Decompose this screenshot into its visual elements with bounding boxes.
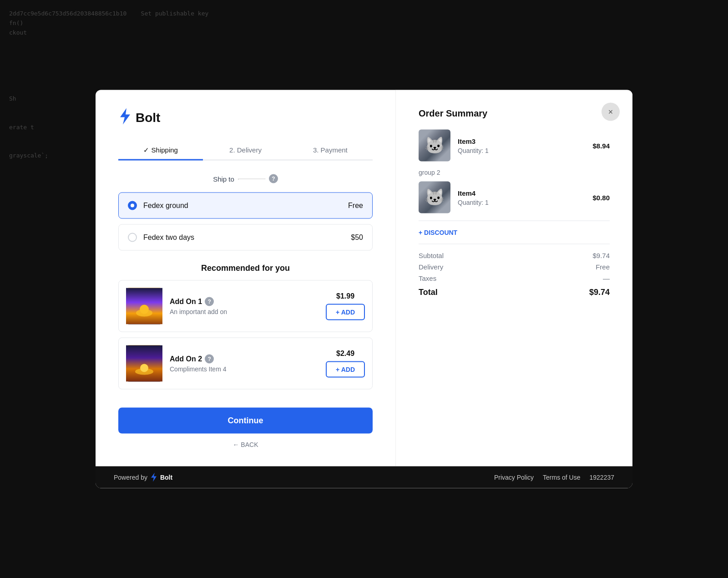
bolt-logo-text: Bolt (136, 110, 160, 125)
addon-2-price: $2.49 (336, 350, 354, 358)
svg-marker-7 (151, 473, 157, 482)
bolt-footer-icon (150, 473, 157, 482)
modal-footer: Powered by Bolt Privacy Policy Terms of … (96, 466, 632, 488)
order-item-4: Item4 Quantity: 1 $0.80 (419, 182, 610, 213)
close-button[interactable]: × (602, 103, 620, 121)
addon-card-2: Add On 2 ? Compliments Item 4 $2.49 + AD… (118, 338, 373, 390)
left-panel: Bolt ✓ Shipping 2. Delivery 3. Payment S… (96, 90, 396, 466)
footer-brand: Bolt (160, 474, 172, 481)
order-item-3: Item3 Quantity: 1 $8.94 (419, 130, 610, 162)
step-payment[interactable]: 3. Payment (288, 141, 373, 160)
shipping-price-fedex-ground: Free (348, 202, 363, 210)
addon-1-help-icon[interactable]: ? (205, 297, 214, 306)
item3-image (419, 130, 450, 162)
shipping-label-fedex-two-days: Fedex two days (143, 233, 351, 242)
item3-details: Item3 Quantity: 1 (458, 137, 585, 154)
item4-details: Item4 Quantity: 1 (458, 189, 585, 206)
addon-1-name: Add On 1 (170, 298, 202, 306)
shipping-price-fedex-two-days: $50 (351, 233, 363, 242)
radio-fedex-ground[interactable] (128, 201, 137, 210)
addon-1-desc: An important add on (170, 308, 318, 315)
addon-2-image (126, 345, 162, 382)
group2-label: group 2 (419, 169, 610, 176)
total-row: Total $9.74 (419, 288, 610, 297)
addon-2-name: Add On 2 (170, 355, 202, 363)
ship-to-help-icon[interactable]: ? (269, 174, 278, 183)
discount-button[interactable]: + DISCOUNT (419, 229, 457, 236)
item4-price: $0.80 (592, 193, 610, 201)
addon-2-name-row: Add On 2 ? (170, 355, 318, 364)
shipping-option-fedex-ground[interactable]: Fedex ground Free (118, 193, 373, 219)
addon-2-price-col: $2.49 + ADD (326, 350, 365, 378)
recommended-title: Recommended for you (118, 264, 373, 273)
step-shipping[interactable]: ✓ Shipping (118, 141, 203, 160)
addon-1-info: Add On 1 ? An important add on (170, 297, 318, 315)
item3-price: $8.94 (592, 142, 610, 149)
svg-point-3 (140, 305, 149, 314)
shipping-label-fedex-ground: Fedex ground (143, 202, 348, 210)
summary-divider-2 (419, 244, 610, 244)
radio-fedex-two-days[interactable] (128, 233, 137, 242)
shipping-option-fedex-two-days[interactable]: Fedex two days $50 (118, 224, 373, 251)
continue-button[interactable]: Continue (118, 408, 373, 434)
delivery-value: Free (596, 263, 610, 271)
addon-card-1: Add On 1 ? An important add on $1.99 + A… (118, 280, 373, 332)
summary-divider (419, 221, 610, 221)
item4-quantity: Quantity: 1 (458, 198, 585, 206)
steps-nav: ✓ Shipping 2. Delivery 3. Payment (118, 141, 373, 161)
addon-2-add-button[interactable]: + ADD (326, 361, 365, 378)
addon-1-image (126, 288, 162, 324)
footer-id: 1922237 (589, 474, 614, 481)
subtotal-row: Subtotal $9.74 (419, 252, 610, 259)
back-link[interactable]: ← BACK (118, 441, 373, 448)
order-summary-title: Order Summary (419, 108, 610, 119)
checkout-modal: × Bolt ✓ Shipping 2. Delivery 3. Payment (96, 90, 632, 488)
addon-2-help-icon[interactable]: ? (205, 355, 214, 364)
bolt-header: Bolt (118, 108, 373, 127)
svg-point-6 (140, 364, 148, 372)
right-panel: Order Summary Item3 Quantity: 1 $8.94 gr… (396, 90, 632, 466)
svg-rect-4 (126, 345, 162, 382)
item4-image (419, 182, 450, 213)
subtotal-label: Subtotal (419, 252, 444, 259)
step-delivery[interactable]: 2. Delivery (203, 141, 288, 160)
subtotal-value: $9.74 (592, 252, 610, 259)
delivery-label: Delivery (419, 263, 443, 271)
item3-name: Item3 (458, 137, 585, 145)
addon-2-info: Add On 2 ? Compliments Item 4 (170, 355, 318, 373)
total-value: $9.74 (589, 288, 610, 297)
terms-of-use-link[interactable]: Terms of Use (543, 474, 580, 481)
svg-marker-0 (120, 108, 130, 125)
taxes-label: Taxes (419, 274, 436, 282)
addon-1-name-row: Add On 1 ? (170, 297, 318, 306)
privacy-policy-link[interactable]: Privacy Policy (494, 474, 534, 481)
ship-to-row: Ship to ? (118, 174, 373, 183)
powered-by: Powered by Bolt (114, 473, 172, 482)
item3-quantity: Quantity: 1 (458, 147, 585, 154)
addon-1-price-col: $1.99 + ADD (326, 292, 365, 320)
total-label: Total (419, 288, 438, 297)
item4-name: Item4 (458, 189, 585, 197)
taxes-value: — (603, 274, 610, 282)
footer-links: Privacy Policy Terms of Use 1922237 (494, 474, 614, 481)
bolt-logo-icon (118, 108, 132, 127)
addon-1-add-button[interactable]: + ADD (326, 304, 365, 320)
delivery-row: Delivery Free (419, 263, 610, 271)
addon-1-price: $1.99 (336, 292, 354, 300)
addon-2-desc: Compliments Item 4 (170, 365, 318, 373)
taxes-row: Taxes — (419, 274, 610, 282)
powered-by-text: Powered by (114, 474, 147, 481)
ship-to-label: Ship to (213, 175, 234, 183)
modal-body: Bolt ✓ Shipping 2. Delivery 3. Payment S… (96, 90, 632, 466)
